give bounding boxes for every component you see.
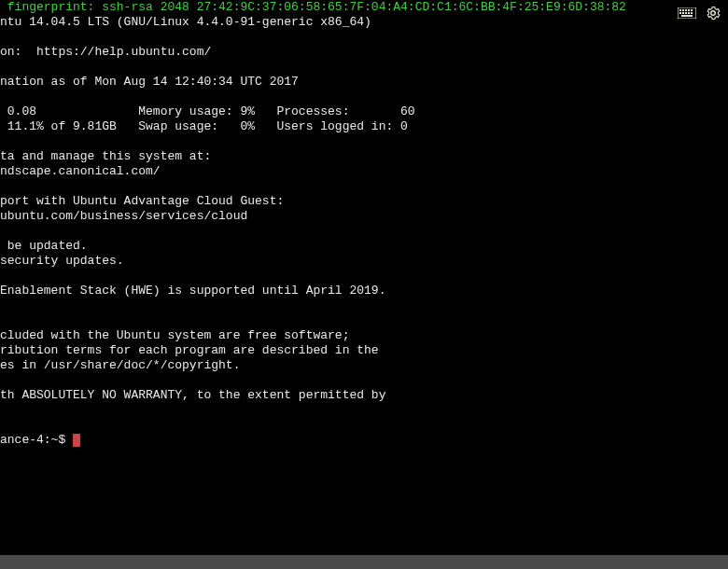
- terminal-line: ribution terms for each program are desc…: [0, 343, 379, 357]
- terminal-line: be updated.: [0, 239, 88, 253]
- svg-rect-2: [682, 9, 684, 11]
- terminal-line: 11.1% of 9.81GB Swap usage: 0% Users log…: [0, 119, 408, 133]
- terminal-cursor: [73, 434, 80, 447]
- terminal-line: ntu 14.04.5 LTS (GNU/Linux 4.4.0-91-gene…: [0, 15, 371, 29]
- svg-rect-1: [679, 9, 681, 11]
- gear-icon[interactable]: [706, 6, 721, 21]
- svg-rect-11: [681, 15, 693, 17]
- shell-prompt: ance-4:~$: [0, 433, 73, 447]
- window-bottom-bar: [0, 555, 728, 569]
- svg-rect-9: [688, 12, 690, 14]
- svg-rect-5: [691, 9, 693, 11]
- terminal-line: port with Ubuntu Advantage Cloud Guest:: [0, 194, 284, 208]
- terminal-line: es in /usr/share/doc/*/copyright.: [0, 358, 240, 372]
- terminal-line: ubuntu.com/business/services/cloud: [0, 209, 247, 223]
- svg-rect-6: [679, 12, 681, 14]
- terminal-output: fingerprint: ssh-rsa 2048 27:42:9C:37:06…: [0, 0, 728, 448]
- terminal-line: ndscape.canonical.com/: [0, 164, 161, 178]
- terminal-line: ta and manage this system at:: [0, 149, 211, 163]
- svg-rect-8: [685, 12, 687, 14]
- svg-rect-10: [691, 12, 693, 14]
- terminal-line: Enablement Stack (HWE) is supported unti…: [0, 284, 385, 298]
- terminal-line: 0.08 Memory usage: 9% Processes: 60: [0, 104, 415, 118]
- terminal-line: security updates.: [0, 254, 124, 268]
- keyboard-icon[interactable]: [678, 7, 696, 20]
- terminal-line: nation as of Mon Aug 14 12:40:34 UTC 201…: [0, 75, 299, 89]
- terminal-line: on: https://help.ubuntu.com/: [0, 45, 211, 59]
- terminal-window[interactable]: fingerprint: ssh-rsa 2048 27:42:9C:37:06…: [0, 0, 728, 555]
- terminal-line: cluded with the Ubuntu system are free s…: [0, 328, 349, 342]
- svg-rect-3: [685, 9, 687, 11]
- svg-rect-7: [682, 12, 684, 14]
- fingerprint-line: fingerprint: ssh-rsa 2048 27:42:9C:37:06…: [0, 0, 626, 14]
- svg-rect-4: [688, 9, 690, 11]
- system-tray: [678, 6, 721, 21]
- terminal-line: th ABSOLUTELY NO WARRANTY, to the extent…: [0, 388, 385, 402]
